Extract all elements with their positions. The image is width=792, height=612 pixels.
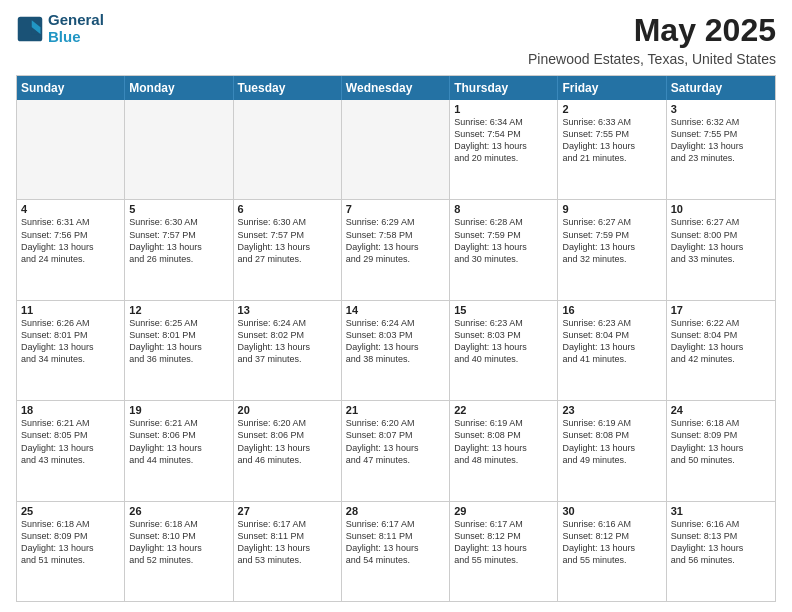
cell-text: Sunrise: 6:24 AM Sunset: 8:03 PM Dayligh… (346, 317, 445, 366)
header: General Blue May 2025 Pinewood Estates, … (16, 12, 776, 67)
cell-text: Sunrise: 6:34 AM Sunset: 7:54 PM Dayligh… (454, 116, 553, 165)
cell-text: Sunrise: 6:21 AM Sunset: 8:06 PM Dayligh… (129, 417, 228, 466)
day-number: 19 (129, 404, 228, 416)
cal-cell: 9Sunrise: 6:27 AM Sunset: 7:59 PM Daylig… (558, 200, 666, 299)
cal-row-2: 11Sunrise: 6:26 AM Sunset: 8:01 PM Dayli… (17, 301, 775, 401)
header-day-friday: Friday (558, 76, 666, 100)
cal-cell: 1Sunrise: 6:34 AM Sunset: 7:54 PM Daylig… (450, 100, 558, 199)
day-number: 8 (454, 203, 553, 215)
cal-cell: 20Sunrise: 6:20 AM Sunset: 8:06 PM Dayli… (234, 401, 342, 500)
cell-text: Sunrise: 6:16 AM Sunset: 8:13 PM Dayligh… (671, 518, 771, 567)
calendar-header: SundayMondayTuesdayWednesdayThursdayFrid… (17, 76, 775, 100)
calendar-body: 1Sunrise: 6:34 AM Sunset: 7:54 PM Daylig… (17, 100, 775, 601)
cal-cell: 28Sunrise: 6:17 AM Sunset: 8:11 PM Dayli… (342, 502, 450, 601)
cell-text: Sunrise: 6:18 AM Sunset: 8:09 PM Dayligh… (671, 417, 771, 466)
cal-cell: 30Sunrise: 6:16 AM Sunset: 8:12 PM Dayli… (558, 502, 666, 601)
header-day-sunday: Sunday (17, 76, 125, 100)
day-number: 2 (562, 103, 661, 115)
cell-text: Sunrise: 6:19 AM Sunset: 8:08 PM Dayligh… (454, 417, 553, 466)
day-number: 14 (346, 304, 445, 316)
cell-text: Sunrise: 6:25 AM Sunset: 8:01 PM Dayligh… (129, 317, 228, 366)
cell-text: Sunrise: 6:27 AM Sunset: 7:59 PM Dayligh… (562, 216, 661, 265)
cal-cell: 24Sunrise: 6:18 AM Sunset: 8:09 PM Dayli… (667, 401, 775, 500)
cell-text: Sunrise: 6:28 AM Sunset: 7:59 PM Dayligh… (454, 216, 553, 265)
main-title: May 2025 (528, 12, 776, 49)
day-number: 1 (454, 103, 553, 115)
day-number: 6 (238, 203, 337, 215)
cal-cell: 23Sunrise: 6:19 AM Sunset: 8:08 PM Dayli… (558, 401, 666, 500)
cell-text: Sunrise: 6:19 AM Sunset: 8:08 PM Dayligh… (562, 417, 661, 466)
cell-text: Sunrise: 6:23 AM Sunset: 8:04 PM Dayligh… (562, 317, 661, 366)
cell-text: Sunrise: 6:30 AM Sunset: 7:57 PM Dayligh… (238, 216, 337, 265)
cell-text: Sunrise: 6:22 AM Sunset: 8:04 PM Dayligh… (671, 317, 771, 366)
cal-cell: 14Sunrise: 6:24 AM Sunset: 8:03 PM Dayli… (342, 301, 450, 400)
day-number: 22 (454, 404, 553, 416)
cal-cell: 2Sunrise: 6:33 AM Sunset: 7:55 PM Daylig… (558, 100, 666, 199)
cal-cell: 5Sunrise: 6:30 AM Sunset: 7:57 PM Daylig… (125, 200, 233, 299)
day-number: 7 (346, 203, 445, 215)
day-number: 5 (129, 203, 228, 215)
day-number: 26 (129, 505, 228, 517)
cal-cell: 17Sunrise: 6:22 AM Sunset: 8:04 PM Dayli… (667, 301, 775, 400)
logo-icon (16, 15, 44, 43)
cal-cell (342, 100, 450, 199)
day-number: 28 (346, 505, 445, 517)
cell-text: Sunrise: 6:21 AM Sunset: 8:05 PM Dayligh… (21, 417, 120, 466)
day-number: 20 (238, 404, 337, 416)
day-number: 13 (238, 304, 337, 316)
header-day-saturday: Saturday (667, 76, 775, 100)
cal-cell: 10Sunrise: 6:27 AM Sunset: 8:00 PM Dayli… (667, 200, 775, 299)
day-number: 27 (238, 505, 337, 517)
cal-cell: 12Sunrise: 6:25 AM Sunset: 8:01 PM Dayli… (125, 301, 233, 400)
cal-cell: 25Sunrise: 6:18 AM Sunset: 8:09 PM Dayli… (17, 502, 125, 601)
header-day-tuesday: Tuesday (234, 76, 342, 100)
cell-text: Sunrise: 6:18 AM Sunset: 8:10 PM Dayligh… (129, 518, 228, 567)
cell-text: Sunrise: 6:30 AM Sunset: 7:57 PM Dayligh… (129, 216, 228, 265)
cal-cell: 31Sunrise: 6:16 AM Sunset: 8:13 PM Dayli… (667, 502, 775, 601)
cell-text: Sunrise: 6:20 AM Sunset: 8:07 PM Dayligh… (346, 417, 445, 466)
cal-cell: 27Sunrise: 6:17 AM Sunset: 8:11 PM Dayli… (234, 502, 342, 601)
calendar: SundayMondayTuesdayWednesdayThursdayFrid… (16, 75, 776, 602)
day-number: 10 (671, 203, 771, 215)
logo-text: General Blue (48, 12, 104, 45)
cell-text: Sunrise: 6:24 AM Sunset: 8:02 PM Dayligh… (238, 317, 337, 366)
cal-cell (17, 100, 125, 199)
day-number: 9 (562, 203, 661, 215)
cell-text: Sunrise: 6:20 AM Sunset: 8:06 PM Dayligh… (238, 417, 337, 466)
cal-cell: 7Sunrise: 6:29 AM Sunset: 7:58 PM Daylig… (342, 200, 450, 299)
day-number: 11 (21, 304, 120, 316)
cell-text: Sunrise: 6:33 AM Sunset: 7:55 PM Dayligh… (562, 116, 661, 165)
cal-cell: 4Sunrise: 6:31 AM Sunset: 7:56 PM Daylig… (17, 200, 125, 299)
day-number: 18 (21, 404, 120, 416)
cell-text: Sunrise: 6:16 AM Sunset: 8:12 PM Dayligh… (562, 518, 661, 567)
subtitle: Pinewood Estates, Texas, United States (528, 51, 776, 67)
cal-row-4: 25Sunrise: 6:18 AM Sunset: 8:09 PM Dayli… (17, 502, 775, 601)
day-number: 12 (129, 304, 228, 316)
day-number: 3 (671, 103, 771, 115)
cal-cell: 11Sunrise: 6:26 AM Sunset: 8:01 PM Dayli… (17, 301, 125, 400)
day-number: 21 (346, 404, 445, 416)
cal-cell: 15Sunrise: 6:23 AM Sunset: 8:03 PM Dayli… (450, 301, 558, 400)
header-day-monday: Monday (125, 76, 233, 100)
cal-cell: 18Sunrise: 6:21 AM Sunset: 8:05 PM Dayli… (17, 401, 125, 500)
cal-cell (125, 100, 233, 199)
cal-cell: 8Sunrise: 6:28 AM Sunset: 7:59 PM Daylig… (450, 200, 558, 299)
day-number: 31 (671, 505, 771, 517)
cal-cell: 13Sunrise: 6:24 AM Sunset: 8:02 PM Dayli… (234, 301, 342, 400)
header-day-thursday: Thursday (450, 76, 558, 100)
day-number: 15 (454, 304, 553, 316)
cell-text: Sunrise: 6:17 AM Sunset: 8:11 PM Dayligh… (346, 518, 445, 567)
title-section: May 2025 Pinewood Estates, Texas, United… (528, 12, 776, 67)
day-number: 4 (21, 203, 120, 215)
cal-cell: 16Sunrise: 6:23 AM Sunset: 8:04 PM Dayli… (558, 301, 666, 400)
cal-cell: 21Sunrise: 6:20 AM Sunset: 8:07 PM Dayli… (342, 401, 450, 500)
logo: General Blue (16, 12, 104, 45)
cal-row-0: 1Sunrise: 6:34 AM Sunset: 7:54 PM Daylig… (17, 100, 775, 200)
cal-cell (234, 100, 342, 199)
cell-text: Sunrise: 6:23 AM Sunset: 8:03 PM Dayligh… (454, 317, 553, 366)
cal-cell: 22Sunrise: 6:19 AM Sunset: 8:08 PM Dayli… (450, 401, 558, 500)
cal-row-3: 18Sunrise: 6:21 AM Sunset: 8:05 PM Dayli… (17, 401, 775, 501)
cal-cell: 6Sunrise: 6:30 AM Sunset: 7:57 PM Daylig… (234, 200, 342, 299)
day-number: 30 (562, 505, 661, 517)
cell-text: Sunrise: 6:17 AM Sunset: 8:12 PM Dayligh… (454, 518, 553, 567)
